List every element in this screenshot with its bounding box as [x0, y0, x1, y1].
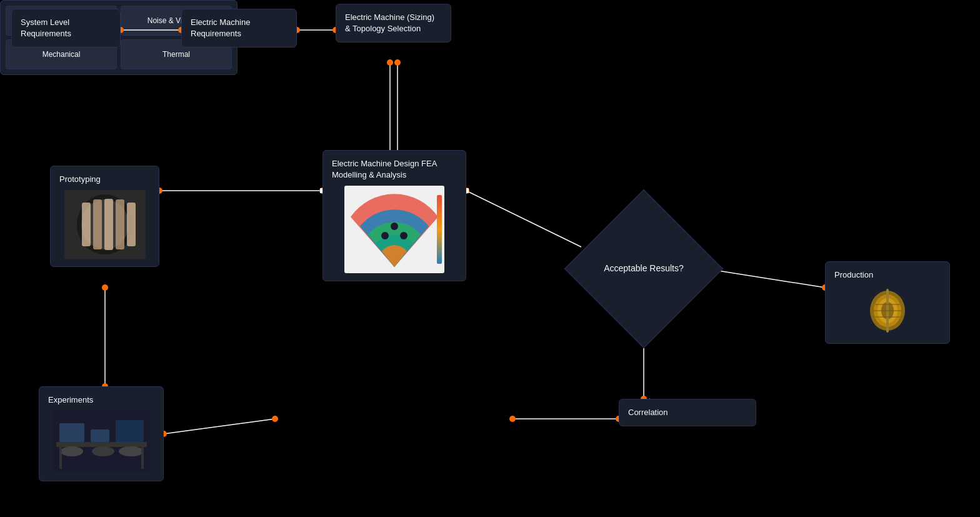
svg-point-31 [92, 446, 114, 456]
svg-point-14 [400, 232, 408, 239]
svg-point-13 [381, 232, 389, 239]
svg-rect-29 [116, 420, 144, 442]
dot-analysis-left [272, 416, 278, 422]
node-system-requirements: System Level Requirements [11, 9, 121, 48]
svg-line-10 [164, 419, 275, 434]
svg-line-6 [706, 269, 825, 288]
prototyping-label: Prototyping [59, 174, 101, 184]
machine-req-label: Electric Machine Requirements [191, 18, 250, 38]
prototyping-image [64, 190, 146, 259]
svg-rect-24 [127, 203, 136, 246]
sizing-label: Electric Machine (Sizing) & Topology Sel… [345, 13, 434, 33]
diamond-label: Acceptable Results? [581, 206, 706, 331]
node-prototyping: Prototyping [50, 166, 159, 267]
flowchart: System Level Requirements Electric Machi… [0, 0, 980, 517]
svg-rect-34 [141, 447, 144, 469]
svg-line-5 [466, 191, 581, 247]
experiments-image [53, 411, 150, 473]
node-production: Production [825, 261, 950, 344]
svg-rect-20 [82, 203, 91, 246]
svg-rect-23 [116, 199, 124, 249]
svg-point-15 [391, 223, 398, 230]
svg-point-32 [119, 446, 144, 456]
dot-analysis-right [509, 416, 516, 422]
fea-visualization [344, 186, 444, 273]
node-correlation: Correlation [619, 399, 756, 426]
node-experiments: Experiments [39, 386, 164, 481]
correlation-label: Correlation [628, 408, 668, 417]
svg-rect-16 [437, 195, 442, 264]
node-fea: Electric Machine Design FEA Modelling & … [322, 150, 466, 281]
experiments-label: Experiments [48, 395, 93, 404]
production-label: Production [834, 270, 873, 279]
dot-sizing-bot1 [387, 59, 393, 66]
node-machine-requirements: Electric Machine Requirements [181, 9, 297, 48]
svg-rect-21 [93, 199, 102, 249]
svg-rect-26 [56, 442, 147, 447]
svg-rect-28 [91, 429, 109, 442]
diamond-acceptable-results: Acceptable Results? [581, 206, 706, 331]
system-req-label: System Level Requirements [21, 18, 71, 38]
node-sizing-topology: Electric Machine (Sizing) & Topology Sel… [336, 4, 451, 43]
svg-rect-22 [104, 199, 113, 250]
svg-point-30 [61, 446, 83, 456]
svg-rect-27 [59, 423, 84, 442]
svg-rect-33 [59, 447, 62, 469]
fea-label: Electric Machine Design FEA Modelling & … [332, 159, 437, 179]
dot-sizing-bot2 [394, 59, 401, 66]
dot-proto-bot [102, 284, 108, 291]
production-image [862, 286, 912, 336]
